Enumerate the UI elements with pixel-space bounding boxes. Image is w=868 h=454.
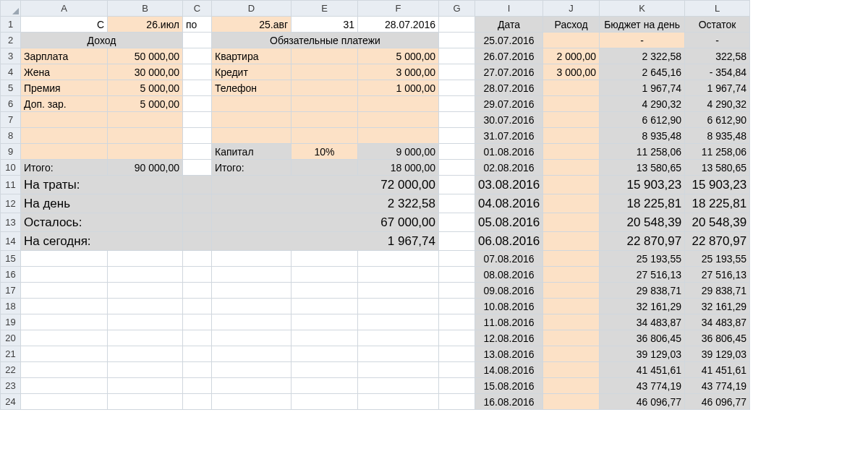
cell[interactable]: [108, 112, 183, 128]
cell[interactable]: [212, 283, 292, 299]
daily-expense[interactable]: [543, 80, 600, 96]
cell[interactable]: [358, 299, 439, 314]
daily-budget[interactable]: 15 903,23: [600, 176, 685, 194]
row-header[interactable]: 9: [1, 144, 21, 160]
cell[interactable]: [108, 314, 183, 330]
daily-balance[interactable]: 20 548,39: [685, 213, 750, 232]
row-header[interactable]: 6: [1, 96, 21, 112]
col-balance-header[interactable]: Остаток: [685, 17, 750, 33]
capital-pct[interactable]: 10%: [292, 144, 358, 160]
daily-balance[interactable]: 11 258,06: [685, 144, 750, 160]
cell[interactable]: [439, 213, 475, 232]
row-header[interactable]: 10: [1, 160, 21, 176]
cell[interactable]: [21, 346, 108, 362]
income-value[interactable]: 5 000,00: [108, 96, 183, 112]
col-header[interactable]: L: [685, 1, 750, 17]
income-name[interactable]: Премия: [21, 80, 108, 96]
daily-expense[interactable]: [543, 232, 600, 251]
col-header[interactable]: I: [475, 1, 543, 17]
col-budget-header[interactable]: Бюджет на день: [600, 17, 685, 33]
cell[interactable]: [212, 267, 292, 283]
cell[interactable]: [292, 160, 358, 176]
cell[interactable]: [439, 144, 475, 160]
cell[interactable]: [108, 128, 183, 144]
daily-balance[interactable]: 4 290,32: [685, 96, 750, 112]
daily-date[interactable]: 10.08.2016: [475, 299, 543, 314]
payment-name[interactable]: Квартира: [212, 48, 292, 64]
cell[interactable]: [292, 394, 358, 410]
cell[interactable]: [292, 128, 358, 144]
row-header[interactable]: 17: [1, 283, 21, 299]
cell[interactable]: [21, 299, 108, 314]
cell[interactable]: [358, 362, 439, 378]
cell[interactable]: [183, 96, 212, 112]
col-header[interactable]: A: [21, 1, 108, 17]
daily-date[interactable]: 12.08.2016: [475, 330, 543, 346]
summary-value[interactable]: 1 967,74: [212, 232, 439, 251]
cell[interactable]: [439, 194, 475, 213]
payment-name[interactable]: Кредит: [212, 64, 292, 80]
daily-balance[interactable]: 27 516,13: [685, 267, 750, 283]
daily-budget[interactable]: 46 096,77: [600, 394, 685, 410]
cell[interactable]: [183, 299, 212, 314]
cell[interactable]: [358, 283, 439, 299]
cell[interactable]: [108, 299, 183, 314]
income-name[interactable]: Доп. зар.: [21, 96, 108, 112]
col-date-header[interactable]: Дата: [475, 17, 543, 33]
payment-value[interactable]: 1 000,00: [358, 80, 439, 96]
cell[interactable]: [183, 394, 212, 410]
income-total-value[interactable]: 90 000,00: [108, 160, 183, 176]
cell[interactable]: [292, 299, 358, 314]
cell[interactable]: [358, 314, 439, 330]
payment-value[interactable]: 3 000,00: [358, 64, 439, 80]
cell[interactable]: [108, 378, 183, 394]
payment-name[interactable]: Телефон: [212, 80, 292, 96]
daily-balance[interactable]: 36 806,45: [685, 330, 750, 346]
income-name[interactable]: Жена: [21, 64, 108, 80]
cell[interactable]: [439, 176, 475, 194]
daily-budget[interactable]: 4 290,32: [600, 96, 685, 112]
daily-expense[interactable]: [543, 251, 600, 267]
daily-budget[interactable]: 18 225,81: [600, 194, 685, 213]
cell[interactable]: [21, 362, 108, 378]
col-header[interactable]: F: [358, 1, 439, 17]
summary-label[interactable]: Осталось:: [21, 213, 183, 232]
row-header[interactable]: 19: [1, 314, 21, 330]
cell[interactable]: [183, 267, 212, 283]
daily-date[interactable]: 04.08.2016: [475, 194, 543, 213]
daily-budget[interactable]: 36 806,45: [600, 330, 685, 346]
daily-expense[interactable]: [543, 144, 600, 160]
cell[interactable]: [292, 96, 358, 112]
daily-balance[interactable]: 46 096,77: [685, 394, 750, 410]
cell[interactable]: [183, 33, 212, 48]
cell[interactable]: [439, 251, 475, 267]
cell[interactable]: [292, 267, 358, 283]
daily-balance[interactable]: 32 161,29: [685, 299, 750, 314]
cell[interactable]: [21, 314, 108, 330]
summary-value[interactable]: 67 000,00: [212, 213, 439, 232]
income-value[interactable]: 50 000,00: [108, 48, 183, 64]
cell[interactable]: [183, 378, 212, 394]
daily-expense[interactable]: 2 000,00: [543, 48, 600, 64]
cell[interactable]: [108, 346, 183, 362]
cell[interactable]: [212, 112, 292, 128]
row-header[interactable]: 5: [1, 80, 21, 96]
cell[interactable]: [212, 128, 292, 144]
row-header[interactable]: 23: [1, 378, 21, 394]
cell[interactable]: [212, 378, 292, 394]
daily-budget[interactable]: 22 870,97: [600, 232, 685, 251]
cell[interactable]: [292, 346, 358, 362]
cell[interactable]: [439, 96, 475, 112]
daily-date[interactable]: 25.07.2016: [475, 33, 543, 48]
select-all-corner[interactable]: [1, 1, 21, 17]
daily-budget[interactable]: -: [600, 33, 685, 48]
col-header[interactable]: J: [543, 1, 600, 17]
daily-expense[interactable]: [543, 330, 600, 346]
daily-balance[interactable]: 29 838,71: [685, 283, 750, 299]
cell[interactable]: [292, 48, 358, 64]
cell[interactable]: [183, 362, 212, 378]
col-header[interactable]: G: [439, 1, 475, 17]
daily-date[interactable]: 08.08.2016: [475, 267, 543, 283]
payments-total-value[interactable]: 18 000,00: [358, 160, 439, 176]
cell[interactable]: [21, 144, 108, 160]
